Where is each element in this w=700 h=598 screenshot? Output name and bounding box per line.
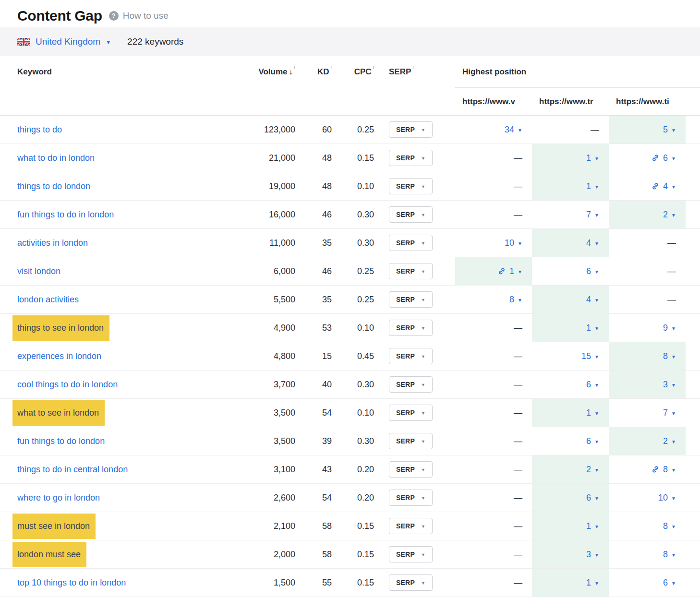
- position-dropdown-icon[interactable]: ▼: [594, 240, 599, 246]
- keyword-link[interactable]: where to go in london: [17, 493, 100, 503]
- keyword-link[interactable]: things to do in central london: [17, 465, 128, 475]
- position-dropdown-icon[interactable]: ▼: [518, 127, 522, 133]
- serp-info-icon[interactable]: i: [412, 56, 413, 70]
- position-value[interactable]: 15: [581, 351, 591, 361]
- position-value[interactable]: 4: [586, 238, 591, 248]
- position-value[interactable]: 6: [663, 153, 668, 163]
- position-value[interactable]: 9: [663, 323, 668, 333]
- position-dropdown-icon[interactable]: ▼: [671, 495, 676, 501]
- column-header-cpc[interactable]: CPC i: [332, 56, 374, 88]
- serp-button[interactable]: SERP ▼: [389, 320, 433, 336]
- serp-button[interactable]: SERP ▼: [389, 235, 433, 251]
- position-dropdown-icon[interactable]: ▼: [671, 127, 676, 133]
- serp-button[interactable]: SERP ▼: [389, 150, 433, 166]
- position-value[interactable]: 1: [586, 521, 591, 531]
- keyword-link[interactable]: fun things to do london: [17, 436, 105, 446]
- keyword-link[interactable]: things to do: [17, 125, 62, 135]
- position-dropdown-icon[interactable]: ▼: [671, 410, 676, 416]
- position-value[interactable]: 10: [658, 493, 668, 503]
- position-dropdown-icon[interactable]: ▼: [594, 183, 599, 190]
- position-dropdown-icon[interactable]: ▼: [594, 438, 599, 444]
- position-value[interactable]: 3: [663, 380, 668, 390]
- column-header-volume[interactable]: Volume ↓ i: [230, 56, 295, 88]
- position-value[interactable]: 6: [586, 380, 591, 390]
- serp-button[interactable]: SERP ▼: [389, 178, 433, 194]
- position-dropdown-icon[interactable]: ▼: [594, 580, 599, 586]
- position-value[interactable]: 8: [663, 351, 668, 361]
- position-dropdown-icon[interactable]: ▼: [594, 382, 599, 388]
- position-value[interactable]: 1: [586, 181, 591, 191]
- keyword-link[interactable]: must see in london: [12, 514, 96, 539]
- position-value[interactable]: 3: [586, 550, 591, 560]
- keyword-link[interactable]: things to do london: [17, 181, 90, 191]
- keyword-link[interactable]: visit london: [17, 266, 60, 276]
- how-to-use-link[interactable]: ? How to use: [109, 11, 169, 21]
- serp-button[interactable]: SERP ▼: [389, 461, 433, 478]
- keyword-link[interactable]: top 10 things to do in london: [17, 578, 126, 588]
- position-dropdown-icon[interactable]: ▼: [671, 212, 676, 218]
- position-dropdown-icon[interactable]: ▼: [594, 212, 599, 218]
- keyword-link[interactable]: london activities: [17, 295, 79, 305]
- serp-button[interactable]: SERP ▼: [389, 206, 433, 223]
- position-value[interactable]: 6: [586, 493, 591, 503]
- column-header-kd[interactable]: KD i: [295, 56, 332, 88]
- position-dropdown-icon[interactable]: ▼: [594, 155, 599, 161]
- keyword-link[interactable]: london must see: [12, 542, 86, 567]
- position-value[interactable]: 7: [586, 210, 591, 220]
- position-dropdown-icon[interactable]: ▼: [671, 325, 676, 331]
- position-dropdown-icon[interactable]: ▼: [671, 438, 676, 444]
- position-dropdown-icon[interactable]: ▼: [671, 155, 676, 161]
- serp-button[interactable]: SERP ▼: [389, 291, 433, 308]
- position-value[interactable]: 1: [586, 578, 591, 588]
- position-value[interactable]: 2: [663, 210, 668, 220]
- country-selector[interactable]: United Kingdom ▼: [17, 36, 111, 47]
- keyword-link[interactable]: things to see in london: [12, 315, 109, 341]
- serp-button[interactable]: SERP ▼: [389, 348, 433, 364]
- keyword-link[interactable]: what to do in london: [17, 153, 95, 163]
- serp-button[interactable]: SERP ▼: [389, 433, 433, 449]
- position-value[interactable]: 1: [586, 153, 591, 163]
- position-dropdown-icon[interactable]: ▼: [671, 382, 676, 388]
- serp-button[interactable]: SERP ▼: [389, 490, 433, 506]
- position-value[interactable]: 8: [663, 521, 668, 531]
- serp-button[interactable]: SERP ▼: [389, 518, 433, 534]
- position-dropdown-icon[interactable]: ▼: [594, 495, 599, 501]
- position-dropdown-icon[interactable]: ▼: [671, 466, 676, 473]
- position-dropdown-icon[interactable]: ▼: [671, 551, 676, 558]
- position-dropdown-icon[interactable]: ▼: [671, 580, 676, 586]
- keyword-link[interactable]: what to see in london: [12, 400, 105, 426]
- position-value[interactable]: 6: [586, 436, 591, 446]
- keyword-link[interactable]: cool things to do in london: [17, 380, 118, 390]
- position-dropdown-icon[interactable]: ▼: [518, 240, 522, 246]
- position-dropdown-icon[interactable]: ▼: [594, 551, 599, 558]
- position-value[interactable]: 34: [505, 125, 514, 135]
- position-dropdown-icon[interactable]: ▼: [671, 523, 676, 529]
- position-dropdown-icon[interactable]: ▼: [594, 410, 599, 416]
- position-value[interactable]: 8: [663, 465, 668, 475]
- serp-button[interactable]: SERP ▼: [389, 405, 433, 421]
- position-value[interactable]: 6: [663, 578, 668, 588]
- position-value[interactable]: 8: [509, 295, 514, 305]
- position-value[interactable]: 10: [505, 238, 514, 248]
- position-dropdown-icon[interactable]: ▼: [594, 325, 599, 331]
- position-value[interactable]: 5: [663, 125, 668, 135]
- position-value[interactable]: 2: [586, 465, 591, 475]
- position-value[interactable]: 8: [663, 550, 668, 560]
- position-value[interactable]: 7: [663, 408, 668, 418]
- serp-button[interactable]: SERP ▼: [389, 376, 433, 393]
- position-dropdown-icon[interactable]: ▼: [594, 353, 599, 359]
- serp-button[interactable]: SERP ▼: [389, 121, 433, 138]
- position-dropdown-icon[interactable]: ▼: [594, 297, 599, 303]
- serp-button[interactable]: SERP ▼: [389, 574, 433, 591]
- serp-button[interactable]: SERP ▼: [389, 546, 433, 562]
- position-dropdown-icon[interactable]: ▼: [594, 268, 599, 275]
- position-value[interactable]: 1: [586, 323, 591, 333]
- position-dropdown-icon[interactable]: ▼: [671, 353, 676, 359]
- position-value[interactable]: 4: [663, 181, 668, 191]
- serp-button[interactable]: SERP ▼: [389, 263, 433, 279]
- position-dropdown-icon[interactable]: ▼: [671, 183, 676, 190]
- keyword-link[interactable]: fun things to do in london: [17, 210, 114, 220]
- keyword-link[interactable]: experiences in london: [17, 351, 101, 361]
- position-value[interactable]: 6: [586, 266, 591, 276]
- position-value[interactable]: 4: [586, 295, 591, 305]
